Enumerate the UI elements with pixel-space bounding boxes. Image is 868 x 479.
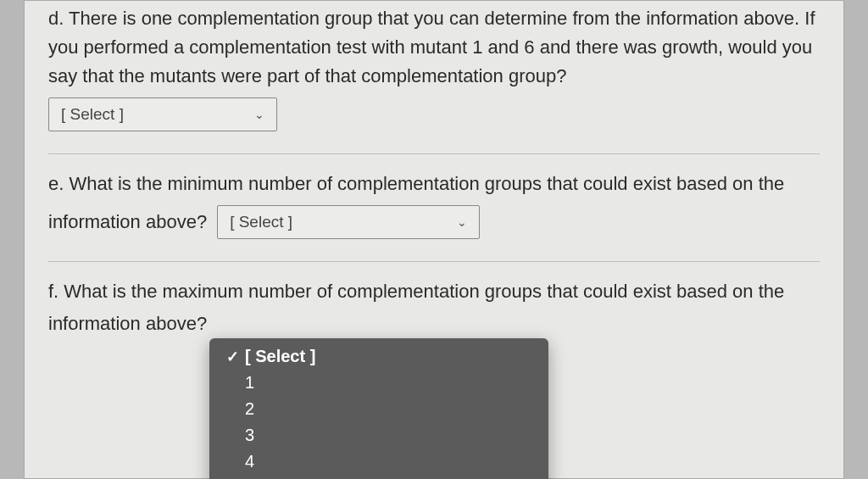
- check-icon: ✓: [226, 348, 245, 366]
- dropdown-option-label: 3: [245, 426, 254, 445]
- divider: [48, 153, 820, 154]
- chevron-down-icon: ⌄: [254, 108, 264, 121]
- question-e-row: information above? [ Select ] ⌄: [48, 205, 820, 239]
- question-e-text-line1: e. What is the minimum number of complem…: [48, 170, 820, 198]
- question-f-text-line2: information above?: [48, 313, 207, 335]
- dropdown-option-label: 4: [245, 452, 254, 471]
- question-page: d. There is one complementation group th…: [24, 0, 844, 479]
- question-e-text-line2: information above?: [48, 211, 207, 233]
- question-f-row: information above?: [48, 313, 820, 335]
- dropdown-option-4[interactable]: 4: [209, 448, 548, 475]
- dropdown-selected-label: [ Select ]: [245, 347, 315, 366]
- dropdown-option-1[interactable]: 1: [209, 370, 548, 396]
- dropdown-option-5[interactable]: 5: [209, 475, 548, 479]
- question-e-select[interactable]: [ Select ] ⌄: [217, 205, 480, 239]
- question-f-text-line1: f. What is the maximum number of complem…: [48, 277, 820, 306]
- dropdown-selected-row[interactable]: ✓ [ Select ]: [209, 343, 548, 370]
- dropdown-option-3[interactable]: 3: [209, 422, 548, 448]
- chevron-down-icon: ⌄: [457, 215, 467, 229]
- dropdown-option-label: 1: [245, 373, 254, 393]
- divider: [48, 261, 820, 262]
- question-d-select[interactable]: [ Select ] ⌄: [48, 97, 277, 131]
- question-d-text: d. There is one complementation group th…: [48, 4, 820, 91]
- dropdown-option-2[interactable]: 2: [209, 396, 548, 422]
- select-placeholder: [ Select ]: [230, 213, 292, 231]
- question-f-dropdown-open[interactable]: ✓ [ Select ] 1 2 3 4 5 6: [209, 338, 548, 479]
- select-placeholder: [ Select ]: [61, 105, 124, 124]
- dropdown-option-label: 2: [245, 399, 254, 419]
